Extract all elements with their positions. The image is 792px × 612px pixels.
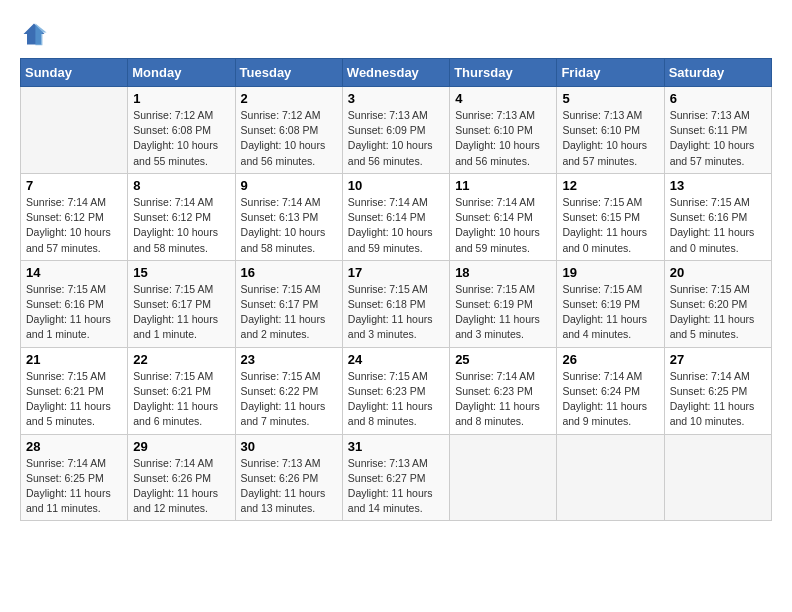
calendar-cell: 22Sunrise: 7:15 AM Sunset: 6:21 PM Dayli… <box>128 347 235 434</box>
calendar-cell: 12Sunrise: 7:15 AM Sunset: 6:15 PM Dayli… <box>557 173 664 260</box>
day-number: 6 <box>670 91 766 106</box>
calendar-cell <box>21 87 128 174</box>
day-number: 13 <box>670 178 766 193</box>
day-info: Sunrise: 7:15 AM Sunset: 6:17 PM Dayligh… <box>241 282 337 343</box>
calendar-cell <box>557 434 664 521</box>
day-number: 25 <box>455 352 551 367</box>
calendar-cell <box>664 434 771 521</box>
calendar-cell: 20Sunrise: 7:15 AM Sunset: 6:20 PM Dayli… <box>664 260 771 347</box>
day-number: 3 <box>348 91 444 106</box>
day-info: Sunrise: 7:14 AM Sunset: 6:14 PM Dayligh… <box>455 195 551 256</box>
day-number: 8 <box>133 178 229 193</box>
day-info: Sunrise: 7:14 AM Sunset: 6:25 PM Dayligh… <box>670 369 766 430</box>
calendar-cell: 29Sunrise: 7:14 AM Sunset: 6:26 PM Dayli… <box>128 434 235 521</box>
day-number: 16 <box>241 265 337 280</box>
calendar-cell: 3Sunrise: 7:13 AM Sunset: 6:09 PM Daylig… <box>342 87 449 174</box>
day-number: 1 <box>133 91 229 106</box>
day-info: Sunrise: 7:14 AM Sunset: 6:12 PM Dayligh… <box>133 195 229 256</box>
day-number: 7 <box>26 178 122 193</box>
day-info: Sunrise: 7:14 AM Sunset: 6:12 PM Dayligh… <box>26 195 122 256</box>
calendar-cell: 16Sunrise: 7:15 AM Sunset: 6:17 PM Dayli… <box>235 260 342 347</box>
week-row-4: 21Sunrise: 7:15 AM Sunset: 6:21 PM Dayli… <box>21 347 772 434</box>
day-number: 18 <box>455 265 551 280</box>
calendar-cell: 17Sunrise: 7:15 AM Sunset: 6:18 PM Dayli… <box>342 260 449 347</box>
day-number: 19 <box>562 265 658 280</box>
week-row-2: 7Sunrise: 7:14 AM Sunset: 6:12 PM Daylig… <box>21 173 772 260</box>
day-number: 26 <box>562 352 658 367</box>
day-number: 21 <box>26 352 122 367</box>
calendar-cell: 9Sunrise: 7:14 AM Sunset: 6:13 PM Daylig… <box>235 173 342 260</box>
header-day-wednesday: Wednesday <box>342 59 449 87</box>
day-number: 4 <box>455 91 551 106</box>
calendar-cell: 21Sunrise: 7:15 AM Sunset: 6:21 PM Dayli… <box>21 347 128 434</box>
week-row-1: 1Sunrise: 7:12 AM Sunset: 6:08 PM Daylig… <box>21 87 772 174</box>
day-number: 9 <box>241 178 337 193</box>
day-info: Sunrise: 7:13 AM Sunset: 6:27 PM Dayligh… <box>348 456 444 517</box>
day-info: Sunrise: 7:15 AM Sunset: 6:21 PM Dayligh… <box>133 369 229 430</box>
day-info: Sunrise: 7:14 AM Sunset: 6:14 PM Dayligh… <box>348 195 444 256</box>
day-number: 15 <box>133 265 229 280</box>
calendar-cell: 2Sunrise: 7:12 AM Sunset: 6:08 PM Daylig… <box>235 87 342 174</box>
day-info: Sunrise: 7:15 AM Sunset: 6:23 PM Dayligh… <box>348 369 444 430</box>
day-number: 23 <box>241 352 337 367</box>
calendar-cell: 26Sunrise: 7:14 AM Sunset: 6:24 PM Dayli… <box>557 347 664 434</box>
calendar-cell: 15Sunrise: 7:15 AM Sunset: 6:17 PM Dayli… <box>128 260 235 347</box>
day-info: Sunrise: 7:15 AM Sunset: 6:16 PM Dayligh… <box>26 282 122 343</box>
header-day-saturday: Saturday <box>664 59 771 87</box>
calendar-cell: 28Sunrise: 7:14 AM Sunset: 6:25 PM Dayli… <box>21 434 128 521</box>
calendar-cell: 1Sunrise: 7:12 AM Sunset: 6:08 PM Daylig… <box>128 87 235 174</box>
day-info: Sunrise: 7:13 AM Sunset: 6:09 PM Dayligh… <box>348 108 444 169</box>
day-number: 28 <box>26 439 122 454</box>
day-info: Sunrise: 7:15 AM Sunset: 6:19 PM Dayligh… <box>562 282 658 343</box>
calendar-cell: 30Sunrise: 7:13 AM Sunset: 6:26 PM Dayli… <box>235 434 342 521</box>
week-row-5: 28Sunrise: 7:14 AM Sunset: 6:25 PM Dayli… <box>21 434 772 521</box>
day-info: Sunrise: 7:14 AM Sunset: 6:26 PM Dayligh… <box>133 456 229 517</box>
day-info: Sunrise: 7:12 AM Sunset: 6:08 PM Dayligh… <box>241 108 337 169</box>
day-number: 5 <box>562 91 658 106</box>
day-number: 29 <box>133 439 229 454</box>
day-number: 2 <box>241 91 337 106</box>
day-number: 27 <box>670 352 766 367</box>
day-info: Sunrise: 7:13 AM Sunset: 6:10 PM Dayligh… <box>455 108 551 169</box>
page-header <box>20 20 772 48</box>
day-info: Sunrise: 7:15 AM Sunset: 6:16 PM Dayligh… <box>670 195 766 256</box>
day-info: Sunrise: 7:15 AM Sunset: 6:17 PM Dayligh… <box>133 282 229 343</box>
calendar-cell: 31Sunrise: 7:13 AM Sunset: 6:27 PM Dayli… <box>342 434 449 521</box>
calendar-cell: 19Sunrise: 7:15 AM Sunset: 6:19 PM Dayli… <box>557 260 664 347</box>
day-info: Sunrise: 7:13 AM Sunset: 6:11 PM Dayligh… <box>670 108 766 169</box>
day-number: 24 <box>348 352 444 367</box>
calendar-cell: 6Sunrise: 7:13 AM Sunset: 6:11 PM Daylig… <box>664 87 771 174</box>
calendar-cell: 24Sunrise: 7:15 AM Sunset: 6:23 PM Dayli… <box>342 347 449 434</box>
day-info: Sunrise: 7:14 AM Sunset: 6:23 PM Dayligh… <box>455 369 551 430</box>
day-info: Sunrise: 7:14 AM Sunset: 6:24 PM Dayligh… <box>562 369 658 430</box>
day-number: 14 <box>26 265 122 280</box>
header-day-sunday: Sunday <box>21 59 128 87</box>
day-info: Sunrise: 7:15 AM Sunset: 6:19 PM Dayligh… <box>455 282 551 343</box>
calendar-cell: 7Sunrise: 7:14 AM Sunset: 6:12 PM Daylig… <box>21 173 128 260</box>
week-row-3: 14Sunrise: 7:15 AM Sunset: 6:16 PM Dayli… <box>21 260 772 347</box>
calendar-cell: 8Sunrise: 7:14 AM Sunset: 6:12 PM Daylig… <box>128 173 235 260</box>
day-number: 30 <box>241 439 337 454</box>
day-info: Sunrise: 7:13 AM Sunset: 6:26 PM Dayligh… <box>241 456 337 517</box>
day-number: 10 <box>348 178 444 193</box>
header-day-friday: Friday <box>557 59 664 87</box>
calendar-cell: 11Sunrise: 7:14 AM Sunset: 6:14 PM Dayli… <box>450 173 557 260</box>
calendar-table: SundayMondayTuesdayWednesdayThursdayFrid… <box>20 58 772 521</box>
calendar-cell: 13Sunrise: 7:15 AM Sunset: 6:16 PM Dayli… <box>664 173 771 260</box>
day-info: Sunrise: 7:15 AM Sunset: 6:21 PM Dayligh… <box>26 369 122 430</box>
day-info: Sunrise: 7:15 AM Sunset: 6:22 PM Dayligh… <box>241 369 337 430</box>
calendar-cell: 14Sunrise: 7:15 AM Sunset: 6:16 PM Dayli… <box>21 260 128 347</box>
day-info: Sunrise: 7:15 AM Sunset: 6:20 PM Dayligh… <box>670 282 766 343</box>
calendar-cell: 25Sunrise: 7:14 AM Sunset: 6:23 PM Dayli… <box>450 347 557 434</box>
calendar-cell: 10Sunrise: 7:14 AM Sunset: 6:14 PM Dayli… <box>342 173 449 260</box>
header-row: SundayMondayTuesdayWednesdayThursdayFrid… <box>21 59 772 87</box>
day-number: 31 <box>348 439 444 454</box>
day-info: Sunrise: 7:14 AM Sunset: 6:13 PM Dayligh… <box>241 195 337 256</box>
calendar-cell: 27Sunrise: 7:14 AM Sunset: 6:25 PM Dayli… <box>664 347 771 434</box>
day-info: Sunrise: 7:14 AM Sunset: 6:25 PM Dayligh… <box>26 456 122 517</box>
day-info: Sunrise: 7:15 AM Sunset: 6:15 PM Dayligh… <box>562 195 658 256</box>
day-info: Sunrise: 7:15 AM Sunset: 6:18 PM Dayligh… <box>348 282 444 343</box>
day-info: Sunrise: 7:12 AM Sunset: 6:08 PM Dayligh… <box>133 108 229 169</box>
day-info: Sunrise: 7:13 AM Sunset: 6:10 PM Dayligh… <box>562 108 658 169</box>
day-number: 11 <box>455 178 551 193</box>
